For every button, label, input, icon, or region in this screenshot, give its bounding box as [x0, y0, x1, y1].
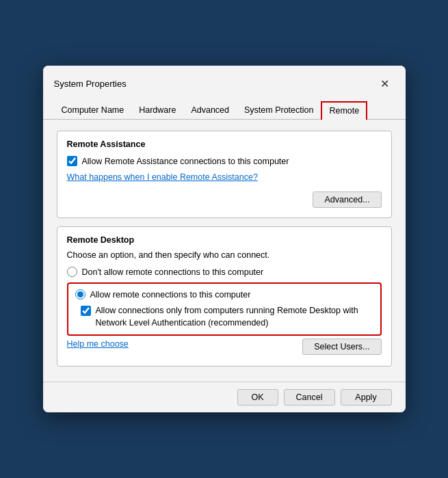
allow-connections-label: Allow remote connections to this compute… [90, 290, 251, 300]
allow-rdp-highlighted-box: Allow remote connections to this compute… [67, 282, 382, 336]
tab-content: Remote Assistance Allow Remote Assistanc… [43, 120, 406, 382]
allow-remote-assistance-label: Allow Remote Assistance connections to t… [82, 157, 289, 166]
remote-assistance-help-link[interactable]: What happens when I enable Remote Assist… [67, 172, 258, 182]
title-bar: System Properties ✕ [43, 66, 406, 93]
nla-label: Allow connections only from computers ru… [96, 305, 373, 329]
remote-assistance-section: Remote Assistance Allow Remote Assistanc… [57, 131, 392, 218]
system-properties-dialog: System Properties ✕ Computer Name Hardwa… [43, 66, 406, 412]
select-users-button[interactable]: Select Users... [302, 338, 381, 355]
allow-connections-row: Allow remote connections to this compute… [75, 289, 373, 300]
dialog-footer: OK Cancel Apply [43, 382, 406, 412]
allow-remote-assistance-checkbox[interactable] [67, 156, 77, 166]
tab-remote[interactable]: Remote [321, 101, 367, 120]
advanced-button[interactable]: Advanced... [313, 191, 381, 208]
nla-checkbox-row: Allow connections only from computers ru… [81, 305, 373, 329]
dont-allow-label: Don't allow remote connections to this c… [82, 267, 264, 277]
allow-connections-radio[interactable] [75, 289, 85, 300]
dont-allow-row: Don't allow remote connections to this c… [67, 267, 382, 277]
nla-checkbox[interactable] [81, 306, 91, 316]
tab-computer-name[interactable]: Computer Name [54, 101, 132, 119]
advanced-btn-row: Advanced... [67, 191, 382, 208]
remote-desktop-section: Remote Desktop Choose an option, and the… [57, 226, 392, 367]
ok-button[interactable]: OK [237, 389, 278, 406]
tab-hardware[interactable]: Hardware [131, 101, 183, 119]
remote-desktop-description: Choose an option, and then specify who c… [67, 250, 382, 260]
tab-bar: Computer Name Hardware Advanced System P… [43, 96, 406, 120]
dont-allow-radio[interactable] [67, 267, 77, 277]
help-me-choose-link[interactable]: Help me choose [67, 339, 129, 349]
remote-desktop-title: Remote Desktop [67, 235, 382, 245]
remote-assistance-title: Remote Assistance [67, 140, 382, 149]
desktop-bottom-row: Help me choose Select Users... [67, 336, 382, 356]
apply-button[interactable]: Apply [341, 389, 392, 406]
close-button[interactable]: ✕ [375, 74, 395, 93]
cancel-button[interactable]: Cancel [284, 389, 335, 406]
tab-advanced[interactable]: Advanced [183, 101, 237, 119]
tab-system-protection[interactable]: System Protection [237, 101, 321, 119]
allow-remote-assistance-row: Allow Remote Assistance connections to t… [67, 156, 382, 166]
dialog-title: System Properties [54, 79, 127, 89]
